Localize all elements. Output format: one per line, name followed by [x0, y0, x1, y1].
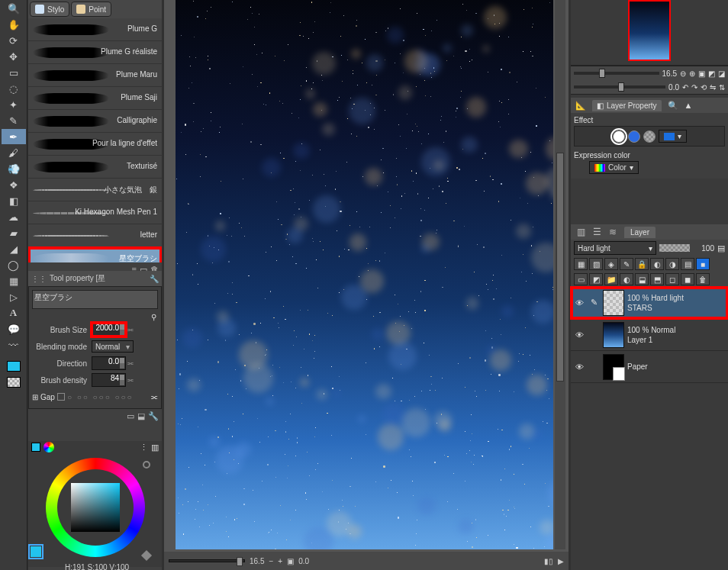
layer-name[interactable]: Layer 1	[627, 335, 728, 345]
current-color-swatch[interactable]	[31, 546, 41, 557]
brush-row[interactable]: Pour la ligne d'effet	[28, 133, 162, 156]
rotate-cw-icon[interactable]: ↷	[691, 83, 697, 92]
param-link-icon[interactable]: ⫘	[126, 376, 134, 384]
fit-icon[interactable]: ▣	[287, 557, 294, 565]
search-tab-icon[interactable]: 🔍	[668, 101, 678, 111]
brush-row[interactable]: Plume G réaliste	[28, 41, 162, 64]
flip-icon[interactable]: ◪	[718, 69, 725, 78]
param-link-icon[interactable]: ⫘	[126, 326, 134, 333]
marquee-tool-icon[interactable]: ▭	[2, 65, 26, 80]
direction-input[interactable]: 0.0	[92, 356, 126, 370]
layer-row[interactable]: 👁✎100 % Hard lightSTARS	[571, 287, 728, 319]
subtool-tab-point[interactable]: Point	[71, 2, 111, 17]
expression-color-select[interactable]: Color▾	[589, 161, 639, 174]
blend-tool-icon[interactable]: ☁	[2, 209, 26, 224]
canvas[interactable]	[176, 0, 553, 549]
mask-link-icon[interactable]: ◑	[665, 258, 679, 270]
merge-down-icon[interactable]: ⬒	[650, 273, 664, 285]
tool-property-header[interactable]: ⋮⋮ Tool property [星 🔧	[28, 271, 162, 286]
hand-tool-icon[interactable]: ✋	[2, 17, 26, 32]
brush-row[interactable]: 星空ブラシ	[28, 247, 162, 262]
nav-angle-slider[interactable]	[574, 85, 665, 89]
decoration-tool-icon[interactable]: ❖	[2, 177, 26, 192]
material-tab-icon[interactable]: ▲	[685, 101, 693, 110]
zoom-slider[interactable]	[169, 559, 245, 562]
transfer-down-icon[interactable]: ⬓	[635, 273, 649, 285]
brush-row[interactable]: 小さな気泡 銀	[28, 179, 162, 201]
zoom-in-icon[interactable]: +	[278, 557, 282, 565]
layer-name[interactable]: STARS	[627, 303, 728, 313]
brush-row[interactable]: letter	[28, 224, 162, 247]
color-swatch-icon[interactable]	[31, 443, 40, 452]
figure-tool-icon[interactable]: ◯	[2, 257, 26, 272]
wrench-icon[interactable]: 🔧	[148, 411, 159, 421]
rotate-tool-icon[interactable]: ⟳	[2, 33, 26, 48]
reset-icon[interactable]: ▭	[127, 411, 134, 421]
new-correction-icon[interactable]: ◐	[620, 273, 633, 285]
ruler-tab-icon[interactable]: 📐	[575, 101, 586, 111]
zoom-in-icon[interactable]: ⊕	[689, 69, 695, 78]
link-icon[interactable]: ⚲	[151, 313, 156, 321]
new-folder-icon[interactable]: 📁	[604, 273, 618, 285]
move-tool-icon[interactable]: ✥	[2, 49, 26, 64]
layer-name[interactable]: Paper	[627, 362, 728, 372]
airbrush-tool-icon[interactable]: 💨	[2, 161, 26, 176]
blending-mode-select[interactable]: Normal	[92, 340, 134, 353]
opacity-stepper-icon[interactable]: ▤	[717, 243, 725, 253]
actual-size-icon[interactable]: ◩	[708, 69, 715, 78]
lasso-tool-icon[interactable]: ◌	[2, 81, 26, 96]
brush-row[interactable]: Plume Maru	[28, 64, 162, 87]
frame-tool-icon[interactable]: ▦	[2, 273, 26, 288]
brush-row[interactable]: Ki Hexagon Mesh Pen 1	[28, 201, 162, 224]
opacity-value[interactable]: 100	[693, 244, 714, 253]
gradient-tool-icon[interactable]: ◢	[2, 241, 26, 256]
apply-mask-icon[interactable]: ◼	[681, 273, 694, 285]
expand-icon[interactable]: ⊞	[32, 393, 38, 401]
layer-color-icon[interactable]: ■	[696, 258, 710, 270]
fg-color-swatch[interactable]	[2, 359, 26, 374]
navigator-preview[interactable]	[571, 0, 728, 66]
play-icon[interactable]: ▶	[558, 557, 564, 565]
color-wheel-icon[interactable]	[43, 442, 54, 452]
clip-icon[interactable]: ▦	[574, 258, 588, 270]
create-mask-icon[interactable]: ◻	[665, 273, 679, 285]
eyedropper-tool-icon[interactable]: ✎	[2, 113, 26, 128]
layer-folder-icon[interactable]: ▥	[577, 227, 585, 237]
pen-tool-icon[interactable]: ✒	[2, 129, 26, 144]
layer-history-icon[interactable]: ≋	[609, 227, 617, 237]
brush-row[interactable]: Plume Saji	[28, 87, 162, 110]
param-link-icon[interactable]: ⫘	[126, 359, 134, 367]
layer-tab[interactable]: Layer	[624, 227, 656, 238]
text-tool-icon[interactable]: A	[2, 305, 26, 320]
fit-screen-icon[interactable]: ▣	[698, 69, 705, 78]
flip-h-icon[interactable]: ⇋	[710, 83, 716, 92]
eraser-tool-icon[interactable]: ◧	[2, 193, 26, 208]
new-raster-icon[interactable]: ▭	[574, 273, 588, 285]
rotate-ccw-icon[interactable]: ↶	[682, 83, 688, 92]
brush-size-input[interactable]: 2000.0	[92, 323, 126, 337]
layer-row[interactable]: 👁Paper	[571, 351, 728, 383]
blend-mode-select[interactable]: Hard light▾	[574, 241, 656, 255]
flip-v-icon[interactable]: ⇅	[719, 83, 725, 92]
brush-row[interactable]: Plume G	[28, 18, 162, 41]
correct-tool-icon[interactable]: 〰	[2, 337, 26, 353]
timeline-icon[interactable]: ▮▯	[544, 557, 553, 565]
param-link-icon[interactable]: ⫘	[150, 393, 158, 401]
wrench-icon[interactable]: 🔧	[150, 275, 159, 283]
vertical-scrollbar[interactable]	[555, 0, 565, 549]
layer-thumbnail[interactable]	[603, 322, 624, 348]
brush-row[interactable]: Texturisé	[28, 156, 162, 179]
wheel-toggle-icon[interactable]	[140, 550, 151, 561]
fill-tool-icon[interactable]: ▰	[2, 225, 26, 240]
subtool-tab-stylo[interactable]: Stylo	[30, 2, 69, 17]
layer-thumbnail[interactable]	[603, 354, 624, 380]
zoom-tool-icon[interactable]: 🔍	[2, 1, 26, 16]
register-icon[interactable]: ⬓	[137, 411, 145, 421]
brush-tool-icon[interactable]: 🖌	[2, 145, 26, 160]
transparent-swatch[interactable]	[2, 375, 26, 390]
zoom-out-icon[interactable]: −	[269, 557, 273, 565]
color-slider-icon[interactable]: ⋮	[140, 443, 148, 452]
visibility-icon[interactable]: 👁	[571, 330, 588, 340]
effect-tone-icon[interactable]	[628, 130, 640, 143]
gap-option-icon[interactable]	[57, 393, 65, 401]
